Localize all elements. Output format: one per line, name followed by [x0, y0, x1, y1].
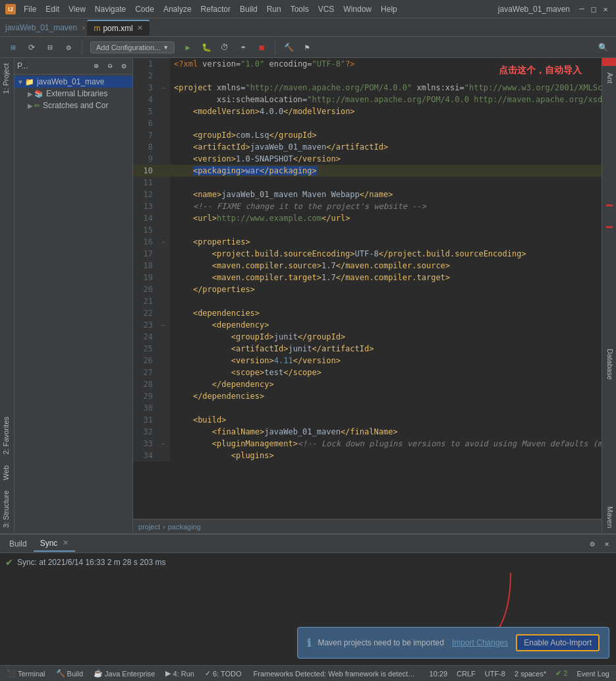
time-status[interactable]: 10:29	[426, 670, 452, 678]
line-num-1: 1	[133, 58, 157, 70]
fold-icon-16[interactable]: −	[161, 239, 165, 246]
menu-edit[interactable]: Edit	[42, 3, 63, 15]
menu-code[interactable]: Code	[131, 3, 158, 15]
panel-icon1[interactable]: ⊕	[90, 60, 102, 72]
import-changes-button[interactable]: Import Changes	[451, 638, 509, 647]
menu-build[interactable]: Build	[236, 3, 262, 15]
profile-btn[interactable]: ⏱	[217, 40, 233, 55]
settings-icon-btn[interactable]: ⚙	[61, 40, 76, 55]
sidebar-item-favorites[interactable]: 2: Favorites	[0, 411, 14, 459]
tree-item-root[interactable]: ▼ 📁 javaWeb_01_mave	[14, 76, 132, 88]
java-enterprise-icon: ☕	[94, 669, 103, 678]
panel-icon2[interactable]: ⊖	[104, 60, 116, 72]
pom-xml-tab[interactable]: m pom.xml ✕	[87, 20, 149, 36]
menu-window[interactable]: Window	[339, 3, 376, 15]
menu-view[interactable]: View	[65, 3, 90, 15]
line-content-21	[170, 295, 179, 307]
tab-label: pom.xml	[103, 24, 132, 33]
gutter-28	[157, 378, 170, 390]
code-line-16: 16 − <properties>	[133, 236, 602, 248]
enable-auto-import-button[interactable]: Enable Auto-Import	[516, 634, 600, 651]
gutter-20	[157, 283, 170, 295]
menu-navigate[interactable]: Navigate	[91, 3, 130, 15]
code-line-9: 9 <version>1.0-SNAPSHOT</version>	[133, 153, 602, 165]
menu-run[interactable]: Run	[263, 3, 285, 15]
sidebar-item-structure[interactable]: 3: Structure	[0, 485, 14, 533]
event-log-status[interactable]: Event Log	[573, 670, 613, 678]
line-num-27: 27	[133, 367, 157, 378]
minimize-button[interactable]: ─	[576, 4, 587, 15]
sidebar-item-ant[interactable]: Ant	[602, 67, 616, 89]
run-with-coverage-btn[interactable]: ☂	[235, 40, 251, 55]
panel-settings-icon[interactable]: ⚙	[118, 60, 130, 72]
stop-btn[interactable]: ■	[254, 40, 269, 55]
menu-file[interactable]: File	[20, 3, 40, 15]
tab-close-icon[interactable]: ✕	[137, 24, 143, 32]
sidebar-item-project[interactable]: 1: Project	[0, 58, 14, 99]
build-status-icon: 🔨	[56, 669, 65, 678]
window-title: javaWeb_01_maven	[498, 5, 576, 14]
search-everywhere-btn[interactable]: 🔍	[595, 40, 611, 55]
build-project-btn[interactable]: 🔨	[281, 40, 296, 55]
encoding-status[interactable]: UTF-8	[481, 670, 509, 678]
line-content-20: </properties>	[170, 283, 255, 295]
fold-icon-23[interactable]: −	[161, 322, 165, 329]
gutter-23: −	[157, 319, 170, 331]
java-enterprise-status-item[interactable]: ☕ Java Enterprise	[90, 669, 159, 678]
sidebar-item-web[interactable]: Web	[0, 460, 14, 485]
gutter-9	[157, 153, 170, 165]
menu-analyze[interactable]: Analyze	[159, 3, 196, 15]
sidebar-item-maven[interactable]: Maven	[602, 501, 616, 533]
pin-icon-btn[interactable]: ⊟	[42, 40, 58, 55]
sync-tab[interactable]: Sync ✕	[34, 536, 76, 552]
tree-label-libs: External Libraries	[46, 89, 107, 98]
menu-help[interactable]: Help	[377, 3, 401, 15]
gutter-34	[157, 450, 170, 461]
line-content-1: <?xml version="1.0" encoding="UTF-8"?>	[170, 58, 355, 70]
build-ok-status[interactable]: ✔ 2	[551, 669, 571, 678]
breadcrumb-project[interactable]: project	[138, 523, 160, 531]
project-icon-btn[interactable]: ⊞	[5, 40, 21, 55]
maximize-button[interactable]: □	[588, 4, 599, 15]
tree-item-scratches[interactable]: ▶ ✏ Scratches and Cor	[14, 100, 132, 111]
line-num-25: 25	[133, 343, 157, 355]
gutter-5	[157, 105, 170, 117]
sync-tab-close[interactable]: ✕	[63, 539, 69, 547]
notification-text: Maven projects need to be imported	[318, 638, 443, 647]
menu-vcs[interactable]: VCS	[314, 3, 339, 15]
terminal-status-item[interactable]: ⬛ Terminal	[3, 669, 49, 678]
gutter-29	[157, 390, 170, 402]
code-line-27: 27 <scope>test</scope>	[133, 367, 602, 378]
code-line-23: 23 − <dependency>	[133, 319, 602, 331]
sync-icon-btn[interactable]: ⟳	[24, 40, 40, 55]
fold-icon-3[interactable]: −	[161, 84, 165, 92]
code-editor[interactable]: 1 <?xml version="1.0" encoding="UTF-8"?>…	[133, 58, 602, 533]
line-content-11	[170, 177, 179, 189]
code-line-5: 5 <modelVersion>4.0.0</modelVersion>	[133, 105, 602, 117]
menu-refactor[interactable]: Refactor	[197, 3, 235, 15]
bookmark-btn[interactable]: ⚑	[299, 40, 315, 55]
run-btn[interactable]: ▶	[180, 40, 196, 55]
spaces-status[interactable]: 2 spaces*	[511, 670, 550, 678]
frameworks-text: Frameworks Detected: Web framework is de…	[248, 670, 423, 678]
close-button[interactable]: ✕	[600, 4, 611, 15]
menu-tools[interactable]: Tools	[287, 3, 313, 15]
build-status-item[interactable]: 🔨 Build	[52, 669, 87, 678]
tree-label-scratches: Scratches and Cor	[43, 101, 108, 110]
line-content-34: <plugins>	[170, 450, 274, 461]
tree-item-external-libs[interactable]: ▶ 📚 External Libraries	[14, 88, 132, 100]
build-tab[interactable]: Build	[3, 537, 34, 551]
build-ok-icon: ✔	[555, 669, 561, 677]
fold-icon-33[interactable]: −	[161, 440, 165, 448]
gutter-30	[157, 402, 170, 414]
breadcrumb-packaging[interactable]: packaging	[168, 523, 201, 531]
add-configuration-button[interactable]: Add Configuration... ▼	[90, 42, 175, 53]
sidebar-item-database[interactable]: Database	[602, 343, 616, 385]
run-status-item[interactable]: ▶ 4: Run	[161, 669, 198, 678]
todo-status-item[interactable]: ✓ 6: TODO	[201, 669, 246, 678]
bottom-close-icon[interactable]: ✕	[600, 537, 613, 550]
bottom-settings-icon[interactable]: ⚙	[586, 537, 599, 550]
java-enterprise-label: Java Enterprise	[105, 670, 155, 678]
line-ending-status[interactable]: CRLF	[453, 670, 480, 678]
debug-btn[interactable]: 🐛	[198, 40, 214, 55]
